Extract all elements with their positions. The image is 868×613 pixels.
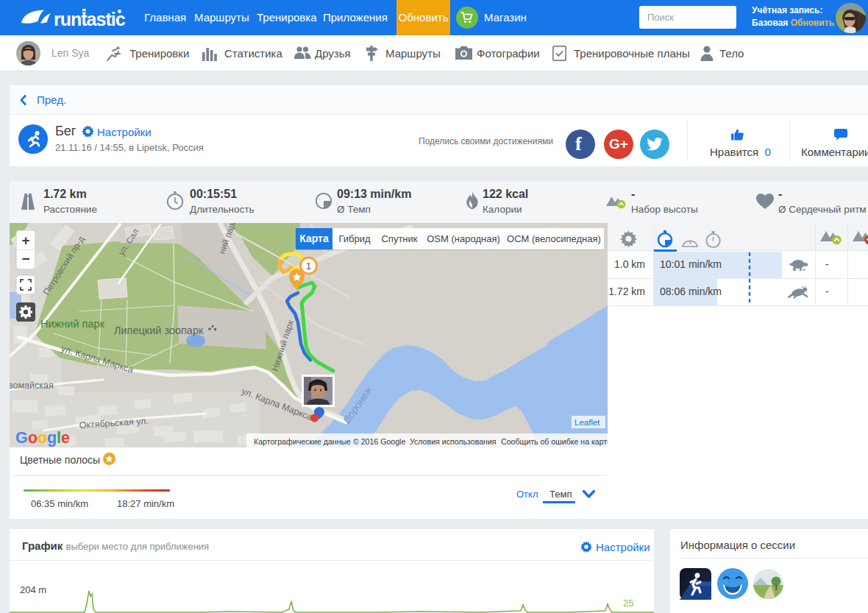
svg-text:+: +: [21, 233, 29, 248]
svg-text:Картографические данные © 2016: Картографические данные © 2016 Google: [254, 437, 405, 446]
svg-text:Гибрид: Гибрид: [338, 233, 371, 244]
svg-text:OSM (народная): OSM (народная): [427, 233, 500, 244]
svg-text:−: −: [21, 251, 29, 266]
svg-text:овомайская: овомайская: [10, 380, 54, 391]
svg-text:Карта: Карта: [299, 233, 329, 244]
svg-text:Условия использования: Условия использования: [410, 437, 497, 446]
svg-text:o: o: [28, 429, 38, 447]
svg-text:ОСМ (велосипедная): ОСМ (велосипедная): [507, 233, 601, 244]
svg-text:runtastic: runtastic: [54, 9, 126, 29]
svg-text:1: 1: [306, 261, 312, 272]
svg-text:g: g: [47, 429, 57, 447]
svg-text:l: l: [57, 429, 60, 447]
svg-text:G: G: [15, 429, 27, 447]
svg-text:Липецкий зоопарк: Липецкий зоопарк: [114, 325, 204, 336]
svg-text:Нижний парк: Нижний парк: [40, 318, 104, 330]
svg-text:e: e: [61, 429, 70, 447]
svg-text:Спутник: Спутник: [381, 233, 417, 244]
svg-text:Leaflet: Leaflet: [574, 418, 600, 427]
svg-text:Сообщить об ошибке на карте: Сообщить об ошибке на карте: [501, 437, 608, 446]
svg-text:o: o: [38, 429, 47, 447]
